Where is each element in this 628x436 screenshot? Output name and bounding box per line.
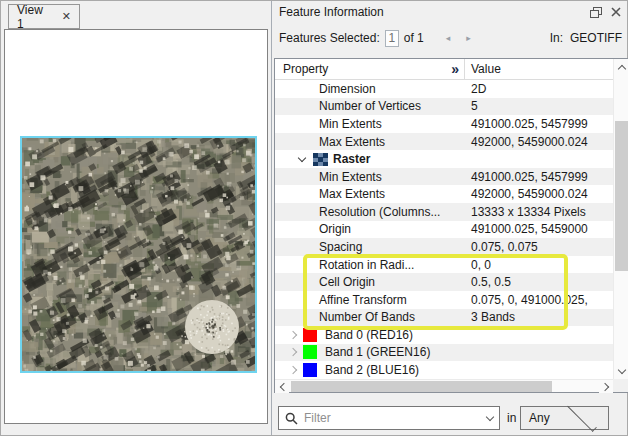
features-selected-label: Features Selected: [279, 31, 380, 45]
scroll-left-icon[interactable] [275, 380, 289, 393]
value-cell: 491000.025, 5457999 [465, 170, 613, 184]
property-rows: Dimension2DNumber of Vertices5Min Extent… [275, 80, 613, 379]
value-cell: 492000, 5459000.024 [465, 135, 613, 149]
filter-dropdown-icon[interactable] [486, 412, 494, 420]
property-table: Property » Value Dimension2DNumber of Ve… [274, 58, 628, 393]
value-cell: 0, 0 [465, 258, 613, 272]
table-row[interactable]: Spacing0.075, 0.075 [275, 238, 613, 256]
band-color-swatch [303, 328, 317, 342]
property-column-header[interactable]: Property [283, 62, 328, 76]
table-row[interactable]: Max Extents492000, 5459000.024 [275, 133, 613, 151]
selected-of-label: of 1 [404, 31, 424, 45]
table-row[interactable]: Cell Origin0.5, 0.5 [275, 273, 613, 291]
application-window: View 1 ✕ Feature Information Features Se… [0, 0, 628, 436]
filter-placeholder: Filter [304, 411, 481, 425]
vertical-scrollbar[interactable] [613, 59, 628, 379]
table-row[interactable]: Min Extents491000.025, 5457999 [275, 115, 613, 133]
vertical-scrollbar-thumb[interactable] [615, 121, 628, 271]
value-cell: 0.075, 0, 491000.025, [465, 293, 613, 307]
property-label: Min Extents [319, 117, 382, 131]
property-label: Rotation in Radi... [319, 258, 414, 272]
map-view[interactable] [4, 29, 268, 424]
horizontal-scrollbar[interactable] [275, 379, 613, 392]
table-row[interactable]: Number Of Bands3 Bands [275, 309, 613, 327]
property-label: Number of Vertices [319, 99, 421, 113]
feature-information-panel: Feature Information Features Selected: 1… [271, 1, 627, 435]
property-label: Band 1 (GREEN16) [325, 345, 430, 359]
tab-label: View 1 [17, 3, 53, 31]
group-label: Raster [333, 152, 370, 166]
features-selected-row: Features Selected: 1 of 1 ◂ ▸ In: GEOTIF… [273, 25, 625, 51]
property-label: Band 2 (BLUE16) [325, 363, 419, 377]
table-row[interactable]: Resolution (Columns...13333 x 13334 Pixe… [275, 203, 613, 221]
horizontal-scrollbar-thumb[interactable] [291, 381, 552, 392]
scope-dropdown-icon [567, 402, 597, 432]
property-label: Min Extents [319, 170, 382, 184]
table-row[interactable]: Band 0 (RED16) [275, 326, 613, 344]
aerial-image[interactable] [22, 138, 255, 371]
search-icon [285, 412, 298, 425]
value-cell: 5 [465, 99, 613, 113]
expand-icon[interactable] [289, 348, 297, 356]
table-row[interactable]: Origin491000.025, 5459000 [275, 221, 613, 239]
property-label: Origin [319, 222, 351, 236]
previous-feature-button[interactable]: ◂ [446, 33, 451, 43]
in-label: In: [550, 31, 563, 45]
table-row[interactable]: Band 2 (BLUE16) [275, 361, 613, 379]
table-row[interactable]: Raster [275, 150, 613, 168]
scroll-down-icon[interactable] [614, 363, 628, 379]
expand-icon[interactable] [289, 331, 297, 339]
table-row[interactable]: Max Extents492000, 5459000.024 [275, 185, 613, 203]
table-row[interactable]: Rotation in Radi...0, 0 [275, 256, 613, 274]
tab-close-icon[interactable]: ✕ [62, 10, 71, 23]
tab-view-1[interactable]: View 1 ✕ [8, 4, 80, 29]
filter-scope-select[interactable]: Any [520, 406, 609, 430]
expand-columns-button[interactable]: » [451, 59, 458, 79]
property-label: Spacing [319, 240, 362, 254]
property-label: Resolution (Columns... [319, 205, 440, 219]
band-color-swatch [303, 345, 317, 359]
value-cell: 13333 x 13334 Pixels [465, 205, 613, 219]
property-label: Max Extents [319, 135, 385, 149]
property-label: Dimension [319, 82, 376, 96]
value-cell: 492000, 5459000.024 [465, 187, 613, 201]
scroll-right-icon[interactable] [599, 380, 613, 393]
filter-bar: Filter in Any [272, 406, 627, 430]
value-column-header[interactable]: Value [465, 62, 501, 76]
table-header: Property » Value [275, 59, 613, 80]
next-feature-button[interactable]: ▸ [466, 33, 471, 43]
panel-title-bar: Feature Information [273, 1, 627, 23]
table-row[interactable]: Min Extents491000.025, 5457999 [275, 168, 613, 186]
table-row[interactable]: Dimension2D [275, 80, 613, 98]
value-cell: 3 Bands [465, 310, 613, 324]
band-color-swatch [303, 363, 317, 377]
property-label: Cell Origin [319, 275, 375, 289]
table-row[interactable]: Affine Transform0.075, 0, 491000.025, [275, 291, 613, 309]
scrollbar-corner [613, 379, 628, 392]
scroll-up-icon[interactable] [614, 59, 628, 75]
value-cell: 0.5, 0.5 [465, 275, 613, 289]
value-cell: 491000.025, 5457999 [465, 117, 613, 131]
filter-in-label: in [507, 411, 516, 425]
panel-title: Feature Information [279, 5, 581, 19]
value-cell: 2D [465, 82, 613, 96]
filter-scope-value: Any [529, 411, 564, 425]
close-panel-icon[interactable] [611, 7, 621, 17]
property-label: Number Of Bands [319, 310, 415, 324]
collapse-icon[interactable] [298, 153, 306, 161]
property-label: Affine Transform [319, 293, 407, 307]
selected-count-box[interactable]: 1 [385, 30, 399, 47]
table-row[interactable]: Band 1 (GREEN16) [275, 344, 613, 362]
float-pane-icon[interactable] [590, 7, 602, 18]
raster-icon [313, 153, 328, 166]
property-label: Max Extents [319, 187, 385, 201]
value-cell: 0.075, 0.075 [465, 240, 613, 254]
table-row[interactable]: Number of Vertices5 [275, 98, 613, 116]
value-cell: 491000.025, 5459000 [465, 222, 613, 236]
layer-name: GEOTIFF [570, 31, 622, 45]
expand-icon[interactable] [289, 366, 297, 374]
property-label: Band 0 (RED16) [325, 328, 413, 342]
selected-raster-feature[interactable] [20, 136, 257, 373]
filter-input[interactable]: Filter [278, 406, 500, 430]
